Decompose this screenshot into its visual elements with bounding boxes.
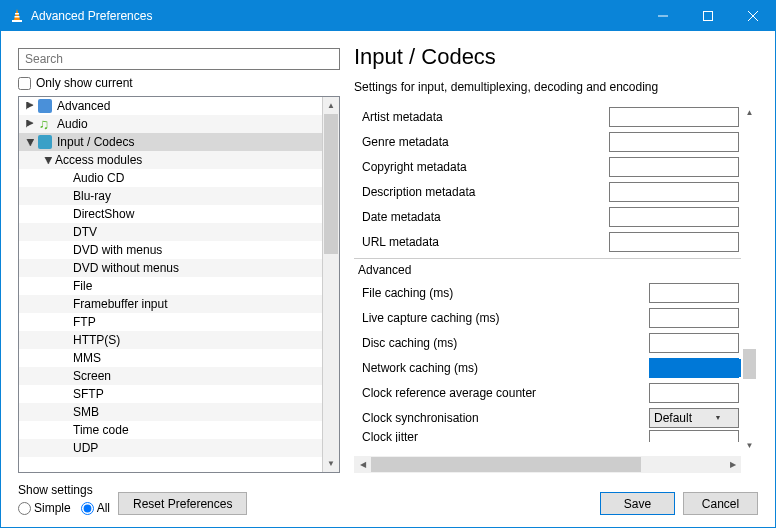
section-header: Advanced [354, 258, 741, 280]
cancel-button[interactable]: Cancel [683, 492, 758, 515]
tree-item[interactable]: ⯆Access modules [19, 151, 322, 169]
tree-item[interactable]: ⯈UDP [19, 439, 322, 457]
setting-spinbox[interactable]: ▲▼ [649, 430, 739, 442]
only-show-current[interactable]: Only show current [18, 76, 340, 90]
close-button[interactable] [730, 1, 775, 31]
tree-item[interactable]: ⯈Audio CD [19, 169, 322, 187]
settings-scrollbar[interactable]: ▲ ▼ [741, 104, 758, 454]
settings-hscrollbar[interactable]: ◀ ▶ [354, 456, 741, 473]
setting-text-input[interactable] [609, 207, 739, 227]
window-title: Advanced Preferences [31, 9, 640, 23]
search-input[interactable] [18, 48, 340, 70]
chevron-down-icon[interactable]: ⯆ [41, 155, 55, 165]
tree-item-label: Audio [57, 117, 88, 131]
tree-item[interactable]: ⯈FTP [19, 313, 322, 331]
spin-input[interactable] [650, 334, 741, 352]
tree-item[interactable]: ⯈Advanced [19, 97, 322, 115]
setting-text-input[interactable] [609, 132, 739, 152]
minimize-button[interactable] [640, 1, 685, 31]
tree-item[interactable]: ⯈Time code [19, 421, 322, 439]
tree-item[interactable]: ⯆Input / Codecs [19, 133, 322, 151]
tree-item[interactable]: ⯈DTV [19, 223, 322, 241]
simple-radio[interactable]: Simple [18, 501, 71, 515]
tree-item[interactable]: ⯈SMB [19, 403, 322, 421]
tree-item[interactable]: ⯈DVD with menus [19, 241, 322, 259]
tree-item[interactable]: ⯈Framebuffer input [19, 295, 322, 313]
setting-label: Clock reference average counter [362, 386, 649, 400]
setting-row: Clock synchronisationDefault▼ [354, 405, 741, 430]
setting-label: Description metadata [362, 185, 609, 199]
only-show-current-checkbox[interactable] [18, 77, 31, 90]
tree-item-label: UDP [73, 441, 98, 455]
scroll-up-icon[interactable]: ▲ [741, 104, 758, 121]
tree-scrollbar[interactable]: ▲ ▼ [322, 97, 339, 472]
save-button[interactable]: Save [600, 492, 675, 515]
tree-item[interactable]: ⯈HTTP(S) [19, 331, 322, 349]
tree-item-label: SFTP [73, 387, 104, 401]
setting-label: Date metadata [362, 210, 609, 224]
chevron-right-icon[interactable]: ⯈ [23, 101, 37, 111]
spin-input[interactable] [650, 359, 741, 377]
spin-input[interactable] [650, 309, 741, 327]
tree-item-label: Blu-ray [73, 189, 111, 203]
spin-input[interactable] [650, 431, 741, 442]
preferences-tree[interactable]: ⯈Advanced⯈♫Audio⯆Input / Codecs⯆Access m… [19, 97, 322, 472]
tree-item[interactable]: ⯈DirectShow [19, 205, 322, 223]
chevron-down-icon[interactable]: ▼ [694, 414, 738, 421]
scroll-left-icon[interactable]: ◀ [354, 456, 371, 473]
setting-label: Copyright metadata [362, 160, 609, 174]
tree-item[interactable]: ⯈♫Audio [19, 115, 322, 133]
tree-item-label: DVD without menus [73, 261, 179, 275]
setting-spinbox[interactable]: ▲▼ [649, 308, 739, 328]
adv-icon [37, 98, 53, 114]
setting-text-input[interactable] [609, 232, 739, 252]
tree-item-label: DTV [73, 225, 97, 239]
tree-item[interactable]: ⯈DVD without menus [19, 259, 322, 277]
codec-icon [37, 134, 53, 150]
setting-spinbox[interactable]: ▲▼ [649, 383, 739, 403]
right-column: Input / Codecs Settings for input, demul… [354, 48, 758, 473]
tree-item[interactable]: ⯈Blu-ray [19, 187, 322, 205]
tree-item-label: Advanced [57, 99, 110, 113]
setting-row: Clock reference average counter▲▼ [354, 380, 741, 405]
setting-row: Live capture caching (ms)▲▼ [354, 305, 741, 330]
setting-text-input[interactable] [609, 182, 739, 202]
setting-spinbox[interactable]: ▲▼ [649, 358, 739, 378]
tree-item[interactable]: ⯈File [19, 277, 322, 295]
show-settings-group: Show settings Simple All [18, 483, 110, 515]
tree-item[interactable]: ⯈Screen [19, 367, 322, 385]
setting-label: URL metadata [362, 235, 609, 249]
tree-item-label: MMS [73, 351, 101, 365]
chevron-right-icon[interactable]: ⯈ [23, 119, 37, 129]
setting-label: Genre metadata [362, 135, 609, 149]
setting-combobox[interactable]: Default▼ [649, 408, 739, 428]
tree-item[interactable]: ⯈SFTP [19, 385, 322, 403]
combo-value: Default [650, 411, 694, 425]
tree-item-label: SMB [73, 405, 99, 419]
setting-spinbox[interactable]: ▲▼ [649, 283, 739, 303]
scroll-down-icon[interactable]: ▼ [741, 437, 758, 454]
setting-text-input[interactable] [609, 107, 739, 127]
setting-spinbox[interactable]: ▲▼ [649, 333, 739, 353]
spin-input[interactable] [650, 384, 741, 402]
setting-row: Artist metadata [354, 104, 741, 129]
setting-text-input[interactable] [609, 157, 739, 177]
scroll-thumb[interactable] [324, 114, 338, 254]
scroll-up-icon[interactable]: ▲ [323, 97, 339, 114]
all-radio[interactable]: All [81, 501, 110, 515]
maximize-button[interactable] [685, 1, 730, 31]
titlebar: Advanced Preferences [1, 1, 775, 31]
scroll-thumb[interactable] [743, 349, 756, 379]
tree-item-label: FTP [73, 315, 96, 329]
tree-item[interactable]: ⯈MMS [19, 349, 322, 367]
scroll-thumb[interactable] [371, 457, 641, 472]
scroll-right-icon[interactable]: ▶ [724, 456, 741, 473]
show-settings-label: Show settings [18, 483, 110, 497]
reset-preferences-button[interactable]: Reset Preferences [118, 492, 247, 515]
setting-row: File caching (ms)▲▼ [354, 280, 741, 305]
setting-row: Network caching (ms)▲▼ [354, 355, 741, 380]
spin-input[interactable] [650, 284, 741, 302]
scroll-down-icon[interactable]: ▼ [323, 455, 339, 472]
setting-label: Clock jitter [362, 430, 649, 442]
chevron-down-icon[interactable]: ⯆ [23, 137, 37, 147]
